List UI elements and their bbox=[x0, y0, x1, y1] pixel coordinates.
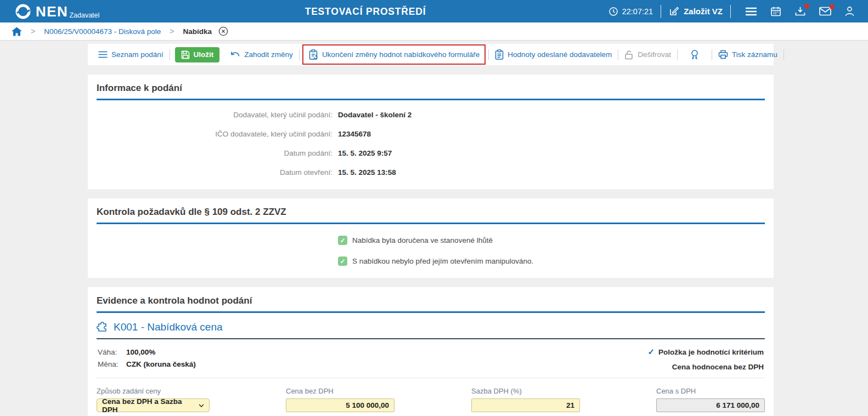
brand-name: NEN bbox=[36, 4, 68, 19]
list-of-submissions-button[interactable]: Seznam podání bbox=[92, 50, 170, 59]
criterion-title: K001 - Nabídková cena bbox=[114, 321, 223, 333]
field-value: 15. 5. 2025 9:57 bbox=[338, 149, 392, 158]
chevron-right-icon: > bbox=[170, 27, 174, 36]
create-vz-button[interactable]: Založit VZ bbox=[669, 6, 723, 16]
undo-icon bbox=[230, 50, 240, 59]
toolbar-separator bbox=[170, 49, 170, 60]
criterion-k001-header: K001 - Nabídková cena bbox=[97, 313, 765, 339]
currency-label: Měna: bbox=[98, 360, 126, 368]
record-toolbar: Seznam podání Uložit Zahodit změny bbox=[88, 44, 774, 65]
blue-check-icon: ✓ bbox=[647, 347, 655, 357]
section-title: Informace k podání bbox=[97, 80, 765, 100]
gross-price-readonly-field: 6 171 000,00 bbox=[656, 398, 765, 412]
field-row-supplier: Dodavatel, který učinil podání: Dodavate… bbox=[97, 110, 765, 119]
section-title: Kontrola požadavků dle § 109 odst. 2 ZZV… bbox=[97, 204, 765, 224]
field-label: Dodavatel, který učinil podání: bbox=[97, 110, 332, 119]
seal-button[interactable] bbox=[678, 49, 712, 60]
vat-rate-input[interactable]: 21 bbox=[471, 398, 580, 412]
user-icon bbox=[844, 6, 855, 17]
menu-button[interactable] bbox=[745, 7, 757, 16]
net-price-group: Cena bez DPH 5 100 000,00 bbox=[286, 387, 471, 416]
decrypt-label: Dešifrovat bbox=[638, 50, 671, 59]
close-circle-icon bbox=[218, 26, 228, 36]
list-icon bbox=[98, 51, 108, 58]
calendar-icon bbox=[770, 6, 781, 17]
clock: 22:07:21 bbox=[608, 7, 653, 16]
unlock-icon bbox=[624, 50, 634, 60]
seal-ribbon-icon bbox=[690, 49, 700, 60]
weight-row: Váha: 100,00% bbox=[98, 348, 196, 356]
decrypt-button[interactable]: Dešifrovat bbox=[618, 50, 677, 60]
messages-notification-dot bbox=[830, 4, 835, 9]
field-value: Dodavatel - školení 2 bbox=[338, 110, 412, 119]
weight-value: 100,00% bbox=[126, 348, 155, 356]
check-label: Nabídka byla doručena ve stanovené lhůtě bbox=[352, 236, 493, 244]
weight-label: Váha: bbox=[98, 348, 126, 356]
close-tab-button[interactable] bbox=[218, 26, 228, 36]
field-value: 15. 5. 2025 13:58 bbox=[338, 168, 396, 177]
divider bbox=[730, 5, 731, 18]
downloads-button[interactable] bbox=[794, 6, 806, 17]
save-icon bbox=[181, 50, 190, 59]
check-label: S nabídkou nebylo před jejím otevřením m… bbox=[352, 257, 533, 265]
requirements-check-section: Kontrola požadavků dle § 109 odst. 2 ZZV… bbox=[88, 198, 774, 278]
price-evaluation-note: Cena hodnocena bez DPH bbox=[647, 363, 764, 371]
save-label: Uložit bbox=[194, 50, 214, 59]
check-row-delivered-on-time: ✓ Nabídka byla doručena ve stanovené lhů… bbox=[338, 236, 765, 245]
price-method-selected-value: Cena bez DPH a Sazba DPH bbox=[102, 397, 199, 414]
supplier-values-button[interactable]: Hodnoty odeslané dodavatelem bbox=[489, 49, 618, 60]
field-label: Datum otevření: bbox=[97, 168, 332, 177]
end-value-change-label: Ukončení změny hodnot nabídkového formul… bbox=[322, 50, 480, 59]
menu-icon bbox=[745, 7, 757, 16]
list-of-submissions-label: Seznam podání bbox=[111, 50, 164, 59]
print-record-label: Tisk záznamu bbox=[732, 50, 777, 59]
submission-info-section: Informace k podání Dodavatel, který učin… bbox=[88, 75, 774, 189]
toolbar-separator bbox=[299, 49, 300, 60]
price-method-select[interactable]: Cena bez DPH a Sazba DPH bbox=[97, 398, 210, 412]
chevron-down-icon bbox=[199, 404, 204, 407]
net-price-label: Cena bez DPH bbox=[286, 387, 471, 395]
check-row-not-manipulated: ✓ S nabídkou nebylo před jejím otevřením… bbox=[338, 257, 765, 266]
user-profile-button[interactable] bbox=[844, 6, 855, 17]
breadcrumb-current-tab: Nabídka bbox=[183, 27, 212, 36]
currency-value: CZK (koruna česká) bbox=[126, 360, 196, 368]
field-row-opening-date: Datum otevření: 15. 5. 2025 13:58 bbox=[97, 168, 765, 177]
criterion-meta: Váha: 100,00% Měna: CZK (koruna česká) ✓… bbox=[97, 339, 765, 378]
home-button[interactable] bbox=[12, 27, 22, 36]
home-icon bbox=[12, 27, 22, 36]
puzzle-icon bbox=[97, 321, 109, 333]
discard-changes-button[interactable]: Zahodit změny bbox=[224, 50, 299, 59]
messages-button[interactable] bbox=[819, 7, 831, 16]
breadcrumb-link-procurement[interactable]: N006/25/V00004673 - Disková pole bbox=[44, 27, 161, 36]
section-title: Evidence a kontrola hodnot podání bbox=[97, 293, 765, 313]
calendar-button[interactable] bbox=[770, 6, 781, 17]
toolbar-separator bbox=[784, 49, 784, 60]
net-price-input[interactable]: 5 100 000,00 bbox=[286, 398, 394, 412]
clock-icon bbox=[608, 7, 618, 16]
supplier-values-label: Hodnoty odeslané dodavatelem bbox=[508, 50, 612, 59]
price-method-group: Způsob zadání ceny Cena bez DPH a Sazba … bbox=[97, 387, 286, 416]
gross-price-label: Cena s DPH bbox=[656, 387, 765, 395]
field-row-ico: IČO dodavatele, který učinil podání: 123… bbox=[97, 129, 765, 139]
field-label: IČO dodavatele, který učinil podání: bbox=[97, 129, 332, 139]
vat-rate-group: Sazba DPH (%) 21 bbox=[471, 387, 656, 416]
printer-icon bbox=[718, 50, 728, 59]
chevron-right-icon: > bbox=[31, 27, 35, 36]
nen-logo-icon bbox=[15, 3, 31, 20]
currency-row: Měna: CZK (koruna česká) bbox=[98, 360, 196, 368]
save-button[interactable]: Uložit bbox=[175, 47, 220, 62]
breadcrumb: > N006/25/V00004673 - Disková pole > Nab… bbox=[0, 22, 868, 41]
form-end-change-icon bbox=[308, 49, 318, 60]
print-record-button[interactable]: Tisk záznamu bbox=[712, 50, 784, 59]
discard-changes-label: Zahodit změny bbox=[244, 50, 293, 59]
price-method-label: Způsob zadání ceny bbox=[97, 387, 286, 395]
end-value-change-button[interactable]: Ukončení změny hodnot nabídkového formul… bbox=[302, 44, 486, 65]
green-check-icon: ✓ bbox=[338, 236, 347, 245]
price-form: Způsob zadání ceny Cena bez DPH a Sazba … bbox=[97, 378, 765, 416]
clipboard-values-icon bbox=[495, 49, 504, 60]
download-notification-dot bbox=[804, 4, 809, 9]
vat-rate-label: Sazba DPH (%) bbox=[471, 387, 656, 395]
nen-logo[interactable]: NEN Zadavatel bbox=[15, 3, 99, 20]
field-value: 12345678 bbox=[338, 129, 371, 139]
field-row-submission-date: Datum podání: 15. 5. 2025 9:57 bbox=[97, 149, 765, 158]
